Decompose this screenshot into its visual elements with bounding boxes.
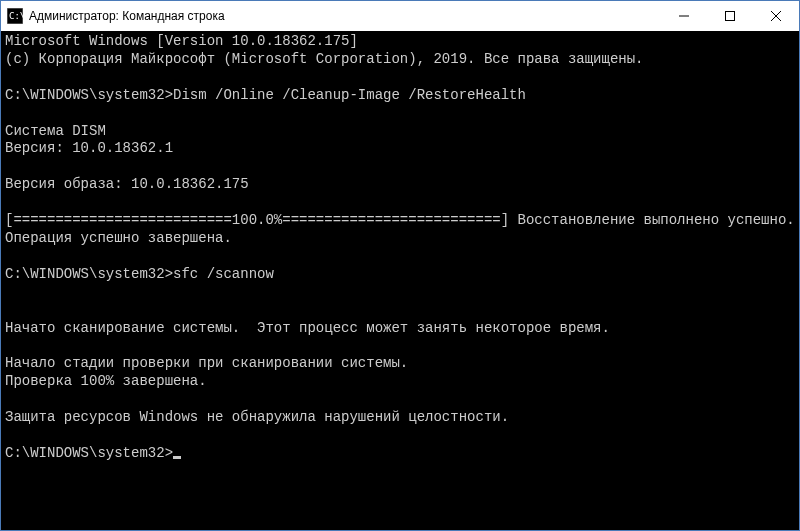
terminal-line	[5, 158, 795, 176]
titlebar[interactable]: C:\ Администратор: Командная строка	[1, 1, 799, 31]
terminal-line	[5, 391, 795, 409]
terminal-line: Microsoft Windows [Version 10.0.18362.17…	[5, 33, 795, 51]
terminal-line: C:\WINDOWS\system32>Dism /Online /Cleanu…	[5, 87, 795, 105]
cursor	[173, 456, 181, 459]
cmd-icon: C:\	[7, 8, 23, 24]
svg-text:C:\: C:\	[9, 11, 23, 21]
terminal-line	[5, 194, 795, 212]
maximize-button[interactable]	[707, 1, 753, 31]
terminal-line: Защита ресурсов Windows не обнаружила на…	[5, 409, 795, 427]
terminal-output[interactable]: Microsoft Windows [Version 10.0.18362.17…	[1, 31, 799, 530]
terminal-line: C:\WINDOWS\system32>sfc /scannow	[5, 266, 795, 284]
window-title: Администратор: Командная строка	[29, 9, 661, 23]
terminal-line: Версия образа: 10.0.18362.175	[5, 176, 795, 194]
minimize-button[interactable]	[661, 1, 707, 31]
terminal-line	[5, 427, 795, 445]
terminal-line: Операция успешно завершена.	[5, 230, 795, 248]
terminal-line: Версия: 10.0.18362.1	[5, 140, 795, 158]
terminal-line	[5, 284, 795, 302]
terminal-line	[5, 69, 795, 87]
terminal-line: Cистема DISM	[5, 123, 795, 141]
terminal-line: [==========================100.0%=======…	[5, 212, 795, 230]
terminal-line: Начало стадии проверки при сканировании …	[5, 355, 795, 373]
close-button[interactable]	[753, 1, 799, 31]
window-controls	[661, 1, 799, 31]
terminal-line: Начато сканирование системы. Этот процес…	[5, 320, 795, 338]
svg-rect-3	[726, 12, 735, 21]
terminal-line	[5, 105, 795, 123]
terminal-line: Проверка 100% завершена.	[5, 373, 795, 391]
terminal-line: C:\WINDOWS\system32>	[5, 445, 795, 463]
terminal-line	[5, 302, 795, 320]
terminal-line: (c) Корпорация Майкрософт (Microsoft Cor…	[5, 51, 795, 69]
cmd-window: C:\ Администратор: Командная строка Micr…	[0, 0, 800, 531]
terminal-line	[5, 248, 795, 266]
terminal-line	[5, 337, 795, 355]
